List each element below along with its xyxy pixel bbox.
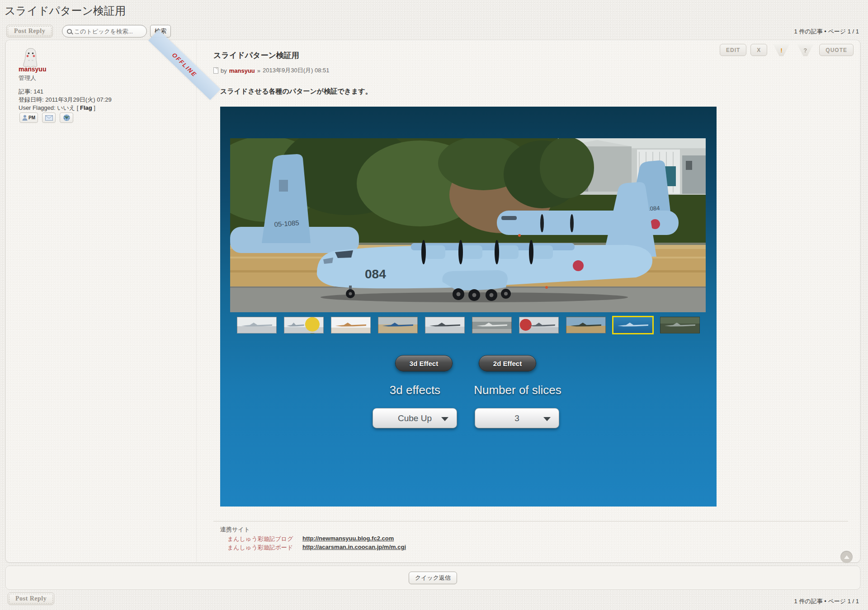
thumbnail[interactable]	[237, 317, 277, 333]
slices-label: Number of slices	[464, 383, 571, 397]
author-stats: 記事: 141 登録日時: 2011年3月29日(火) 07:29 User F…	[19, 88, 112, 112]
signature-site-name: まんしゅう彩遊記ボード	[227, 544, 296, 552]
info-button[interactable]: ?	[795, 44, 815, 56]
topic-pagination-top: 1 件の記事 • ページ 1 / 1	[794, 28, 859, 36]
chevron-down-icon	[441, 417, 448, 421]
edit-button[interactable]: EDIT	[720, 44, 746, 56]
byline-author[interactable]: mansyuu	[229, 67, 255, 74]
effects-label: 3d effects	[373, 383, 458, 397]
thumbnail[interactable]	[378, 317, 418, 333]
post-panel: mansyuu 管理人 記事: 141 登録日時: 2011年3月29日(火) …	[5, 40, 860, 563]
person-icon	[22, 115, 28, 121]
topic-pagination-bottom: 1 件の記事 • ページ 1 / 1	[794, 597, 859, 605]
signature-link-row: まんしゅう彩遊記ボード http://acarsman.in.coocan.jp…	[227, 544, 406, 552]
joined-date: 登録日時: 2011年3月29日(火) 07:29	[19, 96, 112, 104]
user-flagged: User Flagged: いいえ [ Flag ]	[19, 104, 112, 112]
post-controls: EDIT X ! ? QUOTE	[720, 44, 854, 56]
signature-heading: 連携サイト	[220, 526, 250, 534]
forum-topic-page: { "page": { "title": "スライドパターン検証用", "top…	[0, 0, 868, 610]
thumbnail[interactable]	[472, 317, 512, 333]
thumbnail[interactable]	[284, 317, 324, 333]
thumbnail[interactable]	[519, 317, 559, 333]
signature-site-link[interactable]: http://acarsman.in.coocan.jp/m/m.cgi	[302, 544, 406, 552]
effect-2d-button[interactable]: 2d Effect	[479, 355, 536, 371]
thumbnail[interactable]	[425, 317, 465, 333]
signature-site-name: まんしゅう彩遊記ブログ	[227, 535, 296, 543]
post-reply-button[interactable]: Post Reply	[6, 25, 53, 38]
search-icon	[67, 29, 72, 34]
chevron-down-icon	[543, 417, 551, 421]
slideshow-widget: 05-1085 05-1084	[220, 107, 717, 507]
post-title[interactable]: スライドパターン検証用	[213, 50, 299, 61]
quick-reply-bar: クイック返信	[5, 566, 860, 590]
email-icon	[45, 115, 53, 121]
delete-button[interactable]: X	[750, 44, 767, 56]
svg-text:084: 084	[365, 267, 386, 281]
post-date: 2013年9月30日(月) 08:51	[263, 66, 329, 75]
thumbnail[interactable]	[331, 317, 371, 333]
quick-reply-button[interactable]: クイック返信	[409, 572, 457, 584]
signature-divider	[213, 521, 848, 521]
website-button[interactable]	[60, 113, 73, 123]
page-title: スライドパターン検証用	[5, 4, 126, 18]
effect-select[interactable]: Cube Up	[373, 408, 457, 428]
thumbnail[interactable]	[660, 317, 700, 333]
post-body-text: スライドさせる各種のパターンが検証できます。	[220, 87, 372, 96]
quote-button[interactable]: QUOTE	[819, 44, 854, 56]
thumbnail-strip	[237, 317, 700, 333]
posts-count: 記事: 141	[19, 88, 112, 96]
slices-select[interactable]: 3	[475, 408, 559, 428]
offline-ribbon: OFFLINE	[148, 30, 221, 100]
report-button[interactable]: !	[771, 44, 791, 56]
post-byline: by mansyuu » 2013年9月30日(月) 08:51	[213, 66, 329, 75]
signature-link-row: まんしゅう彩遊記ブログ http://newmansyuu.blog.fc2.c…	[227, 535, 394, 543]
topic-search-box[interactable]	[62, 25, 147, 38]
email-button[interactable]	[42, 113, 56, 123]
post-icon	[213, 67, 218, 74]
scroll-top-button[interactable]	[840, 551, 853, 563]
pm-button[interactable]: PM	[19, 113, 38, 123]
post-reply-button-bottom[interactable]: Post Reply	[8, 592, 54, 605]
column-divider	[196, 40, 197, 562]
author-rank: 管理人	[19, 74, 36, 82]
author-username[interactable]: mansyuu	[19, 66, 46, 73]
flag-link[interactable]: Flag	[80, 104, 92, 111]
globe-icon	[63, 114, 70, 121]
effect-3d-button[interactable]: 3d Effect	[395, 355, 453, 371]
contact-buttons: PM	[19, 113, 73, 123]
slideshow-main-image[interactable]: 05-1085 05-1084	[230, 138, 706, 312]
thumbnail[interactable]	[566, 317, 606, 333]
signature-site-link[interactable]: http://newmansyuu.blog.fc2.com	[302, 535, 394, 543]
thumbnail-selected[interactable]	[613, 317, 653, 333]
search-input[interactable]	[74, 28, 142, 35]
